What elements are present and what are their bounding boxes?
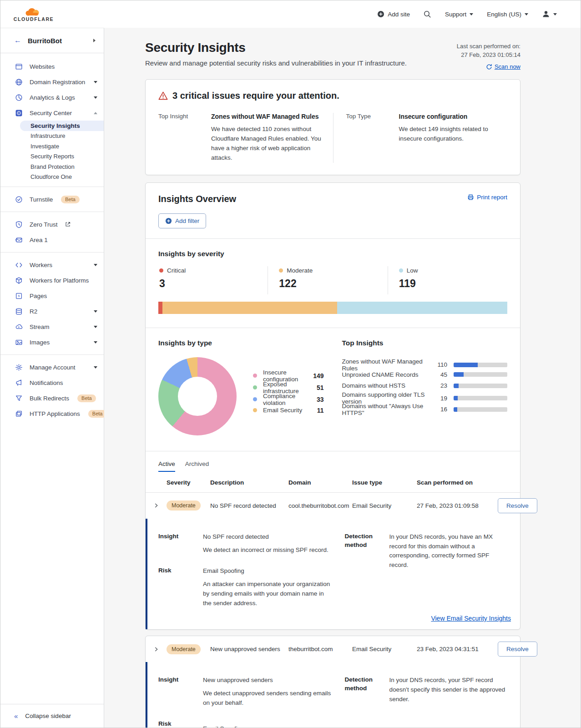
sidebar-item-websites[interactable]: Websites [0,59,104,74]
page-subtitle: Review and manage potential security ris… [145,59,407,67]
sidebar-item-domain-registration[interactable]: Domain Registration [0,74,104,90]
table-row[interactable]: Moderate New unapproved senders theburri… [146,636,520,662]
chevron-down-icon [553,13,557,15]
row-detail-panel: Insight No SPF record detected We detect… [146,519,520,630]
sidebar-item-label: R2 [30,308,87,315]
chevron-up-icon [94,112,97,114]
detection-method-label: Detection method [345,532,380,571]
language-label: English (US) [487,11,521,18]
brand-name: CLOUDFLARE [14,16,54,22]
sidebar-item-infrastructure[interactable]: Infrastructure [0,131,104,142]
sidebar-item-zero-trust[interactable]: Zero Trust [0,217,104,232]
sidebar-item-pages[interactable]: Pages [0,288,104,303]
language-menu[interactable]: English (US) [487,11,528,18]
top-insight-row: Domains without HSTS23 [342,380,508,392]
sidebar-item-brand-protection[interactable]: Brand Protection [0,162,104,172]
cloudflare-logo[interactable]: CLOUDFLARE [14,6,53,22]
sidebar-item-analytics-logs[interactable]: Analytics & Logs [0,90,104,105]
sidebar-item-security-insights[interactable]: Security Insights [20,121,104,131]
top-insight-label: Domains without HSTS [342,382,426,389]
col-scan-performed: Scan performed on [417,479,498,486]
low-bar-segment [337,302,507,314]
legend-dot [253,397,257,401]
sidebar-item-label: Area 1 [30,237,97,243]
sidebar-item-workers-for-platforms[interactable]: Workers for Platforms [0,273,104,288]
chevron-down-icon [525,13,528,15]
tab-archived[interactable]: Archived [185,460,209,472]
risk-label: Risk [158,566,194,608]
add-site-button[interactable]: Add site [377,10,410,18]
insight-label: Insight [158,532,194,555]
expand-chevron-icon[interactable] [153,646,159,652]
scan-now-link[interactable]: Scan now [486,63,520,71]
expand-chevron-icon[interactable] [153,502,159,509]
legend-value: 33 [308,396,324,403]
sidebar-item-manage-account[interactable]: Manage Account [0,359,104,375]
insights-donut [158,357,237,435]
row-scan-date: 23 Feb, 2023 04:31:51 [417,646,498,652]
sidebar-item-investigate[interactable]: Investigate [0,141,104,152]
low-dot [399,268,403,273]
add-filter-button[interactable]: Add filter [158,213,206,228]
sidebar-item-bulk-redirects[interactable]: Bulk Redirects Beta [0,390,104,406]
sidebar-item-stream[interactable]: Stream [0,319,104,334]
tab-active[interactable]: Active [158,460,175,472]
sidebar-item-label: Bulk Redirects [30,395,69,402]
sidebar-item-notifications[interactable]: Notifications [0,375,104,390]
resolve-button[interactable]: Resolve [498,498,537,513]
table-row[interactable]: Moderate No SPF record detected cool.the… [146,492,520,519]
support-menu[interactable]: Support [445,11,473,18]
sidebar-item-turnstile[interactable]: Turnstile Beta [0,192,104,207]
cloudflare-cloud-icon [24,6,44,17]
table-tabs: Active Archived [146,451,520,472]
account-menu[interactable] [542,10,557,18]
severity-badge: Moderate [167,500,201,511]
critical-bar-segment [158,302,162,314]
beta-badge: Beta [77,394,96,402]
sidebar-item-label: Domain Registration [30,79,87,86]
critical-dot [159,268,163,273]
insights-by-severity-section: Insights by severity Critical 3 Moderate… [146,239,520,328]
resolve-button[interactable]: Resolve [498,642,537,657]
lightning-icon [15,292,23,300]
sidebar-item-area-1[interactable]: Area 1 [0,232,104,248]
risk-label: Risk [158,720,194,728]
mini-bar [454,396,507,400]
globe-icon [15,78,23,86]
refresh-icon [486,64,492,70]
security-center-submenu: Security Insights Infrastructure Investi… [0,121,104,182]
scan-now-label: Scan now [495,63,520,71]
severity-stat-low: Low 119 [388,266,507,294]
back-arrow-icon[interactable]: ← [14,36,21,45]
account-switcher[interactable]: ← BurritoBot [0,28,104,53]
sidebar-item-workers[interactable]: Workers [0,257,104,273]
divider [0,187,104,187]
insights-overview-card: Insights Overview Print report Add filte… [145,182,520,630]
risk-description: An attacker can impersonate your organiz… [203,580,331,608]
printer-icon [467,194,474,201]
sidebar-item-security-reports[interactable]: Security Reports [0,152,104,162]
sidebar-item-images[interactable]: Images [0,334,104,350]
col-severity: Severity [167,479,210,486]
critical-issues-title: 3 critical issues require your attention… [172,91,339,101]
sidebar-item-security-center[interactable]: Security Center [0,105,104,121]
legend-item: Compliance violation33 [253,393,324,404]
col-domain: Domain [288,479,352,486]
database-icon [15,307,23,315]
view-email-security-insights-link[interactable]: View Email Security Insights [431,615,511,622]
envelope-icon [15,236,23,244]
chevron-down-icon [94,310,97,313]
search-icon[interactable] [424,10,431,18]
sidebar-item-r2[interactable]: R2 [0,303,104,319]
sidebar-item-http-applications[interactable]: HTTP Applications Beta [0,406,104,421]
sidebar-item-label: Turnstile [30,196,53,203]
workers-icon [15,261,23,269]
app-window: CLOUDFLARE Add site Support English (US) [0,0,581,728]
top-insight-block: Top Insight Zones without WAF Managed Ru… [158,113,333,163]
print-report-link[interactable]: Print report [467,194,507,201]
sidebar-item-cloudforce-one[interactable]: Cloudforce One [0,172,104,182]
collapse-sidebar-button[interactable]: « Collapse sidebar [0,704,104,728]
row-domain: theburritbot.com [288,646,352,652]
low-label: Low [407,267,418,274]
moderate-dot [279,268,283,273]
